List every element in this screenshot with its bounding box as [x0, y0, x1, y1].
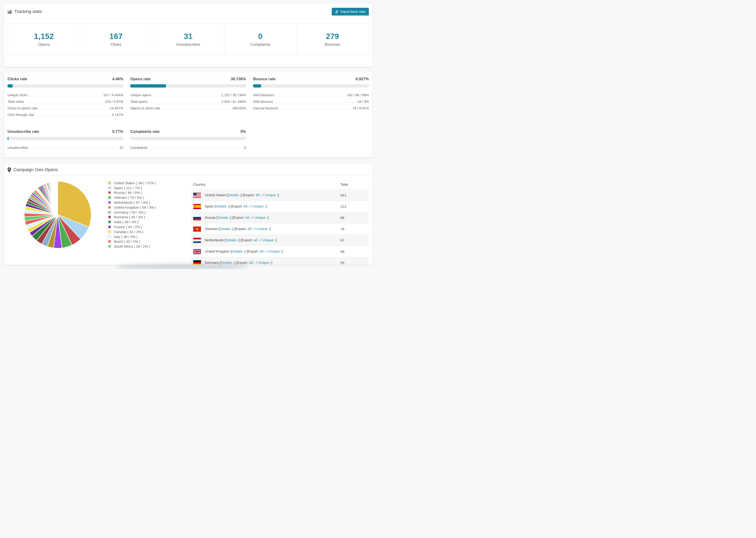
country-name: United States [205, 193, 227, 197]
bracket: ] [278, 193, 279, 197]
export-unique-link[interactable]: Unique › [262, 238, 276, 242]
table-row-nl: Netherlands [Details ›] [Export: All › /… [191, 235, 369, 246]
details-link[interactable]: Details › [220, 227, 233, 231]
stat-value: 0 [258, 32, 262, 41]
legend-item: Vietnam ( 79 / 5% ) [108, 195, 163, 200]
export-unique-link[interactable]: Unique › [269, 249, 282, 253]
rate-row: Total clicks220 / 5.87% [8, 100, 123, 106]
dotted-leader [39, 109, 108, 109]
legend-item: Romania ( 49 / 3% ) [108, 215, 163, 220]
rate-row-label: Opens to clicks rate [130, 106, 160, 110]
geo-header: Campaign Geo Opens [4, 163, 372, 175]
rate-row: Unique opens1,152 / 30.736% [130, 93, 246, 100]
stat-label: Opens [38, 42, 50, 47]
export-all-link[interactable]: All › [256, 193, 262, 197]
dotted-leader [276, 96, 345, 96]
export-all-link[interactable]: All › [253, 238, 260, 242]
legend-swatch [108, 191, 111, 194]
country-cell: Spain [Details ›] [Export: All › / Uniqu… [191, 201, 341, 212]
geo-pie-chart [22, 179, 93, 250]
legend-swatch [108, 196, 111, 199]
header-divider [8, 19, 369, 20]
export-label: Export: [236, 227, 247, 231]
legend-label: Spain ( 121 / 7% ) [114, 186, 142, 190]
export-all-link[interactable]: All › [247, 227, 253, 231]
rate-row-label: Unique opens [130, 93, 151, 97]
details-link[interactable]: Details › [226, 238, 239, 242]
stat-box: 279Bounces [296, 23, 368, 55]
bracket: ] [282, 249, 283, 253]
export-all-link[interactable]: All › [245, 215, 251, 219]
ru-flag-icon [193, 215, 201, 220]
dotted-leader [280, 109, 351, 109]
bracket: ] [ [239, 238, 242, 242]
legend-label: United Kingdom ( 59 / 3% ) [114, 205, 156, 209]
export-basic-stats-button[interactable]: Export basic stats [332, 8, 369, 16]
page-shadow [115, 264, 248, 269]
rate-row-value: 689.82% [233, 106, 246, 110]
progress-bar-fill [8, 84, 13, 87]
legend-swatch [108, 206, 111, 209]
export-all-link[interactable]: All › [243, 204, 249, 208]
country-name: Spain [205, 204, 215, 208]
export-label: Export: [233, 215, 245, 219]
stat-value: 1,152 [34, 32, 54, 41]
details-link[interactable]: Details › [228, 193, 241, 197]
progress-bar [8, 137, 123, 140]
slash: / [262, 193, 265, 197]
export-button-label: Export basic stats [341, 10, 365, 13]
progress-bar [253, 84, 369, 87]
progress-bar [8, 84, 123, 87]
rate-title: Bounce rate [253, 77, 275, 81]
bracket: ] [ [233, 227, 236, 231]
export-all-link[interactable]: All › [249, 260, 255, 264]
rate-title: Opens rate [130, 77, 150, 81]
rate-row: Hard bounces242 / 86.738% [253, 93, 369, 100]
rate-rows: Hard bounces242 / 86.738%Soft bounces18 … [253, 93, 369, 113]
legend-label: South Africa ( 29 / 2% ) [114, 244, 150, 248]
country-name: Netherlands [205, 238, 225, 242]
rate-row-label: Click through rate [8, 113, 34, 117]
export-all-link[interactable]: All › [259, 249, 266, 253]
export-unique-link[interactable]: Unique › [252, 204, 266, 208]
export-unique-link[interactable]: Unique › [254, 215, 268, 219]
rate-row-value: 4.147% [112, 113, 123, 117]
dotted-leader [29, 96, 101, 96]
bracket: ] [270, 227, 271, 231]
legend-swatch [108, 235, 111, 238]
rate-head: Opens rate30.736% [130, 77, 246, 81]
export-unique-link[interactable]: Unique › [258, 260, 271, 264]
details-link[interactable]: Details › [232, 249, 244, 253]
country-column-header: Country [191, 179, 341, 190]
details-link[interactable]: Details › [221, 260, 234, 264]
legend-label: Netherlands ( 67 / 4% ) [114, 200, 150, 204]
export-unique-link[interactable]: Unique › [256, 227, 270, 231]
stat-label: Clicks [111, 42, 121, 47]
stat-box: 1,152Opens [8, 23, 80, 55]
rate-title: Clicks rate [8, 77, 27, 81]
stat-value: 31 [184, 32, 193, 41]
legend-swatch [108, 225, 111, 228]
export-unique-link[interactable]: Unique › [265, 193, 278, 197]
details-link[interactable]: Details › [216, 204, 229, 208]
details-link[interactable]: Details › [217, 215, 230, 219]
rate-block-opens-rate: Opens rate30.736%Unique opens1,152 / 30.… [130, 77, 246, 120]
legend-label: Russia ( 86 / 5% ) [114, 190, 142, 194]
rates-grid: Clicks rate4.46%Unique clicks167 / 4.456… [4, 72, 372, 158]
legend-label: United States ( 541 / 31% ) [114, 181, 156, 185]
gb-flag-icon [193, 249, 201, 254]
stat-box: 167Clicks [80, 23, 152, 55]
legend-item: France ( 42 / 2% ) [108, 224, 163, 229]
bracket: ] [ [229, 204, 232, 208]
total-cell: 59 [341, 246, 369, 257]
legend-item: United Kingdom ( 59 / 3% ) [108, 205, 163, 210]
table-row-ru: Russia [Details ›] [Export: All › / Uniq… [191, 212, 369, 224]
table-row-de: Germany [Details ›] [Export: All › / Uni… [191, 257, 369, 265]
dotted-leader [153, 96, 220, 96]
rate-title: Unsubscribe rate [8, 129, 39, 134]
rate-block-clicks-rate: Clicks rate4.46%Unique clicks167 / 4.456… [8, 77, 123, 120]
rate-row-label: Unsubscribes [8, 146, 28, 149]
rate-row-label: Total opens [130, 100, 148, 103]
legend-swatch [108, 215, 111, 219]
map-pin-icon [8, 167, 11, 172]
